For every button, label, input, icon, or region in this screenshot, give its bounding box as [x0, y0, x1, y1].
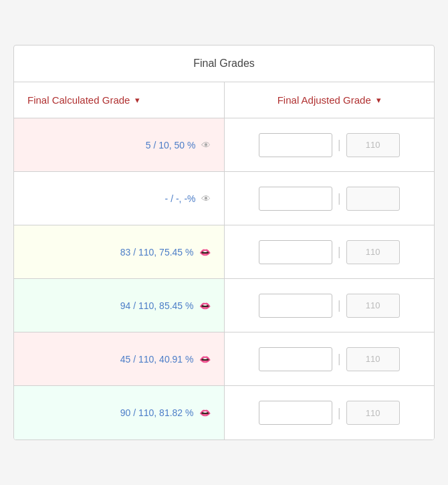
- adjusted-grade-input-4[interactable]: [259, 294, 332, 318]
- col2-header-label: Final Adjusted Grade: [277, 94, 371, 106]
- adjusted-grade-input-1[interactable]: [259, 133, 332, 157]
- slash-eye-icon-3[interactable]: 👄: [199, 247, 211, 258]
- grade-placeholder-2: [346, 187, 400, 211]
- cell-right-1: | 110: [225, 118, 435, 171]
- cell-left-5: 45 / 110, 40.91 % 👄: [14, 332, 225, 385]
- cell-left-1: 5 / 10, 50 % 👁: [14, 118, 225, 171]
- cell-left-3: 83 / 110, 75.45 % 👄: [14, 225, 225, 278]
- grade-text-3: 83 / 110, 75.45 %: [120, 247, 194, 258]
- adjusted-grade-input-2[interactable]: [259, 187, 332, 211]
- table-row-1: 5 / 10, 50 % 👁 | 110: [14, 118, 434, 172]
- cell-right-4: | 110: [225, 279, 435, 332]
- table-title: Final Grades: [14, 45, 434, 82]
- table-header: Final Calculated Grade ▾ Final Adjusted …: [14, 82, 434, 118]
- table-row-6: 90 / 110, 81.82 % 👄 | 110: [14, 386, 434, 440]
- grade-text-2: - / -, -%: [165, 193, 196, 204]
- header-col1[interactable]: Final Calculated Grade ▾: [14, 82, 225, 118]
- grade-placeholder-4: 110: [346, 294, 400, 318]
- divider-icon-4: |: [338, 298, 341, 312]
- table-row-4: 94 / 110, 85.45 % 👄 | 110: [14, 279, 434, 332]
- table-row-5: 45 / 110, 40.91 % 👄 | 110: [14, 332, 434, 386]
- col2-chevron-icon[interactable]: ▾: [376, 95, 381, 105]
- final-grades-table: Final Grades Final Calculated Grade ▾ Fi…: [13, 45, 435, 440]
- divider-icon-1: |: [338, 138, 341, 152]
- cell-left-6: 90 / 110, 81.82 % 👄: [14, 386, 225, 440]
- cell-right-5: | 110: [225, 332, 435, 385]
- cell-left-4: 94 / 110, 85.45 % 👄: [14, 279, 225, 332]
- divider-icon-2: |: [338, 191, 341, 205]
- grade-placeholder-1: 110: [346, 133, 400, 157]
- slash-eye-icon-6[interactable]: 👄: [199, 407, 211, 418]
- adjusted-grade-input-3[interactable]: [259, 240, 332, 264]
- cell-left-2: - / -, -% 👁: [14, 172, 225, 225]
- divider-icon-5: |: [338, 352, 341, 366]
- grade-text-1: 5 / 10, 50 %: [146, 140, 196, 151]
- adjusted-grade-input-5[interactable]: [259, 347, 332, 371]
- adjusted-grade-input-6[interactable]: [259, 401, 332, 425]
- cell-right-2: |: [225, 172, 435, 225]
- slash-eye-icon-5[interactable]: 👄: [199, 354, 211, 365]
- cell-right-3: | 110: [225, 225, 435, 278]
- grade-text-4: 94 / 110, 85.45 %: [120, 300, 194, 311]
- divider-icon-6: |: [338, 406, 341, 420]
- grade-placeholder-6: 110: [346, 401, 400, 425]
- table-row-2: - / -, -% 👁 |: [14, 172, 434, 225]
- eye-icon-1[interactable]: 👁: [201, 140, 211, 151]
- cell-right-6: | 110: [225, 386, 435, 440]
- col1-header-label: Final Calculated Grade: [27, 94, 130, 106]
- grade-placeholder-3: 110: [346, 240, 400, 264]
- header-col2[interactable]: Final Adjusted Grade ▾: [225, 82, 435, 118]
- table-row-3: 83 / 110, 75.45 % 👄 | 110: [14, 225, 434, 279]
- grade-text-5: 45 / 110, 40.91 %: [120, 354, 194, 365]
- grade-placeholder-5: 110: [346, 347, 400, 371]
- grade-text-6: 90 / 110, 81.82 %: [120, 407, 194, 418]
- eye-icon-2[interactable]: 👁: [201, 193, 211, 204]
- rows-container: 5 / 10, 50 % 👁 | 110 - / -, -% 👁 | 83 / …: [14, 118, 434, 440]
- slash-eye-icon-4[interactable]: 👄: [199, 300, 211, 311]
- col1-chevron-icon[interactable]: ▾: [135, 95, 140, 105]
- divider-icon-3: |: [338, 245, 341, 259]
